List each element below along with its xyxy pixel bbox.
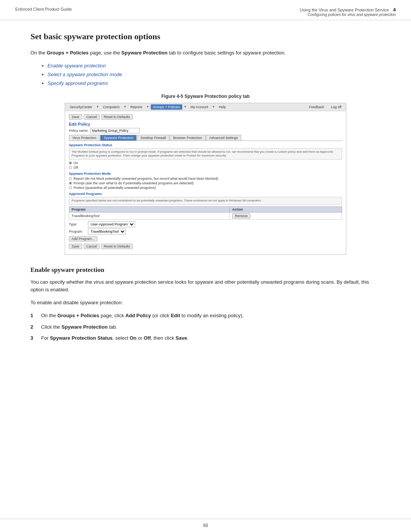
- enable-steps: 1 On the Groups + Policies page, click A…: [30, 312, 381, 342]
- list-item: 1 On the Groups + Policies page, click A…: [30, 312, 381, 320]
- sc-radio-off[interactable]: [69, 166, 72, 169]
- sc-body: Save Cancel Reset to Defaults Edit Polic…: [65, 111, 346, 254]
- step-num-1: 1: [30, 312, 38, 320]
- sc-reset-button[interactable]: Reset to Defaults: [101, 114, 133, 120]
- step-2-text: Click the Spyware Protection tab.: [41, 323, 117, 331]
- sc-approved-programs-desc: Programs specified below are not conside…: [69, 197, 342, 204]
- sc-tab-virus[interactable]: Virus Protection: [69, 135, 100, 141]
- sc-nav-reports[interactable]: Reports: [128, 104, 145, 110]
- sc-spyware-mode-title: Spyware Protection Mode: [69, 172, 342, 176]
- page-number: 98: [203, 523, 208, 528]
- sc-mode-protect-row[interactable]: Protect (quarantine all potentially-unwa…: [69, 186, 342, 190]
- sc-radio-on[interactable]: [69, 161, 72, 165]
- sc-bottom-reset-button[interactable]: Reset to Defaults: [101, 244, 133, 249]
- sc-approved-programs-title: Approved Programs: [69, 192, 342, 196]
- sc-add-program-button[interactable]: Add Program...: [69, 236, 97, 241]
- sc-form-type-label: Type:: [69, 222, 88, 226]
- sc-approved-programs-section: Approved Programs Programs specified bel…: [69, 192, 342, 241]
- sc-navbar: SecurityCenter ▼ Computers ▼ Reports ▼ G…: [65, 103, 346, 111]
- sc-remove-button[interactable]: Remove: [232, 213, 250, 219]
- sc-tab-advanced[interactable]: Advanced Settings: [206, 135, 241, 141]
- sc-form-type-row: Type: User-Approved Program: [69, 221, 342, 227]
- sc-table-header-action: Action: [230, 206, 342, 212]
- sc-mode-prompt-label: Prompt (ask the user what to do if poten…: [73, 181, 194, 185]
- sc-save-button[interactable]: Save: [69, 114, 82, 120]
- page-header: Enforced Client Product Guide Using the …: [0, 0, 411, 20]
- figure-caption: Figure 4-5 Spyware Protection policy tab: [30, 94, 381, 99]
- specify-programs-link[interactable]: Specify approved programs: [48, 80, 108, 86]
- sc-radio-off-row[interactable]: Off: [69, 166, 342, 169]
- enable-para2: To enable and disable spyware protection…: [30, 299, 381, 307]
- list-item: Specify approved programs: [42, 80, 381, 86]
- sc-mode-prompt-row[interactable]: Prompt (ask the user what to do if poten…: [69, 181, 342, 185]
- enable-para1: You can specify whether the virus and sp…: [30, 278, 381, 294]
- list-item: Enable spyware protection: [42, 63, 381, 69]
- sc-nav-groups-policies[interactable]: Groups + Policies: [151, 104, 182, 110]
- sc-spyware-mode-section: Spyware Protection Mode Report (do not b…: [69, 172, 342, 190]
- sc-spyware-status-section: Spyware Protection Status The McAfee Def…: [69, 143, 342, 170]
- sc-policy-name-label: Policy name:: [69, 129, 89, 133]
- sc-mode-protect[interactable]: [69, 186, 72, 189]
- enable-section-heading: Enable spyware protection: [30, 266, 381, 274]
- sc-bottom-toolbar: Save Cancel Reset to Defaults: [69, 244, 342, 249]
- header-left: Enforced Client Product Guide: [15, 7, 72, 11]
- sc-form-type-select[interactable]: User-Approved Program: [88, 221, 135, 227]
- sc-mode-report-row[interactable]: Report (do not block potentially unwante…: [69, 177, 342, 181]
- sc-nav-computers[interactable]: Computers: [100, 104, 122, 110]
- sc-spyware-status-title: Spyware Protection Status: [69, 143, 342, 147]
- sc-program-cell: TravelBookingTool: [69, 212, 230, 219]
- sc-radio-on-label: On: [73, 161, 78, 165]
- sc-radio-off-label: Off: [73, 166, 78, 169]
- sc-tab-firewall[interactable]: Desktop Firewall: [137, 135, 169, 141]
- sc-toolbar: Save Cancel Reset to Defaults: [69, 114, 342, 120]
- sc-spyware-status-desc: The McAfee Default policy is configured …: [69, 148, 342, 160]
- sc-cancel-button[interactable]: Cancel: [84, 114, 100, 120]
- main-content: Set basic spyware protection options On …: [0, 20, 411, 363]
- sc-nav-right: Feedback Log off: [307, 104, 344, 110]
- sc-radio-on-row[interactable]: On: [69, 161, 342, 165]
- step-3-text: For Spyware Protection Status, select On…: [41, 334, 188, 342]
- sc-form-program-row: Program: TravelBookingTool: [69, 228, 342, 235]
- sc-nav-help[interactable]: Help: [217, 104, 228, 110]
- select-mode-link[interactable]: Select a spyware protection mode: [48, 72, 122, 77]
- sc-policy-name-row: Policy name:: [69, 128, 342, 133]
- sc-edit-policy-title: Edit Policy: [69, 122, 342, 126]
- list-item: 3 For Spyware Protection Status, select …: [30, 334, 381, 342]
- main-title: Set basic spyware protection options: [30, 32, 381, 42]
- sc-programs-table: Program Action TravelBookingTool Remove: [69, 206, 342, 220]
- header-right-top: Using the Virus and Spyware Protection S…: [300, 7, 396, 13]
- step-num-3: 3: [30, 334, 38, 342]
- sc-nav-my-account[interactable]: My Account: [188, 104, 211, 110]
- sc-mode-report-label: Report (do not block potentially unwante…: [73, 177, 218, 181]
- enable-spyware-link[interactable]: Enable spyware protection: [48, 63, 106, 69]
- sc-mode-prompt[interactable]: [69, 182, 72, 185]
- bullet-list: Enable spyware protection Select a spywa…: [42, 63, 381, 86]
- header-right-bottom: Configuring policies for virus and spywa…: [300, 13, 396, 17]
- sc-action-cell: Remove: [230, 212, 342, 219]
- sc-policy-name-input[interactable]: [90, 128, 140, 133]
- sc-form-program-label: Program:: [69, 230, 88, 233]
- sc-tab-spyware[interactable]: Spyware Protection: [100, 135, 137, 141]
- header-right: Using the Virus and Spyware Protection S…: [300, 7, 396, 17]
- sc-mode-report[interactable]: [69, 177, 72, 180]
- sc-tabs: Virus Protection Spyware Protection Desk…: [69, 135, 342, 141]
- list-item: 2 Click the Spyware Protection tab.: [30, 323, 381, 331]
- step-num-2: 2: [30, 323, 38, 331]
- sc-nav-feedback[interactable]: Feedback: [307, 104, 327, 110]
- sc-bottom-save-button[interactable]: Save: [69, 244, 82, 249]
- table-row: TravelBookingTool Remove: [69, 212, 342, 219]
- list-item: Select a spyware protection mode: [42, 72, 381, 77]
- sc-bottom-cancel-button[interactable]: Cancel: [84, 244, 100, 249]
- step-1-text: On the Groups + Policies page, click Add…: [41, 312, 244, 320]
- page-footer: 98: [0, 519, 411, 532]
- sc-form-program-select[interactable]: TravelBookingTool: [88, 228, 126, 235]
- sc-nav-security-center[interactable]: SecurityCenter: [67, 104, 95, 110]
- sc-tab-browser[interactable]: Browser Protection: [170, 135, 206, 141]
- sc-mode-protect-label: Protect (quarantine all potentially-unwa…: [73, 186, 156, 190]
- intro-para: On the Groups + Policies page, use the S…: [30, 49, 381, 57]
- sc-nav-logoff[interactable]: Log off: [329, 104, 344, 110]
- sc-table-header-program: Program: [69, 206, 230, 212]
- screenshot-container: SecurityCenter ▼ Computers ▼ Reports ▼ G…: [65, 103, 346, 255]
